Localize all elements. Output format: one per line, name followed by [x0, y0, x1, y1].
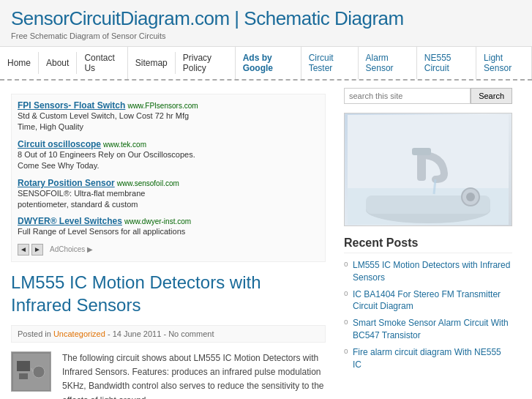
article-title: LM555 IC Motion Detectors with Infrared … [11, 271, 326, 316]
svg-rect-11 [412, 148, 431, 155]
site-title: SensorCircuitDiagram.com | Schematic Dia… [11, 7, 521, 30]
thumbnail-image [11, 351, 51, 392]
search-box: Search [344, 88, 512, 104]
article-date-separator: - [108, 329, 113, 338]
search-button[interactable]: Search [471, 88, 512, 104]
ad-item: DWYER® Level Switches www.dwyer-inst.com… [18, 216, 319, 237]
faucet-image [345, 113, 512, 225]
nav-item-home[interactable]: Home [0, 52, 39, 74]
main-nav: HomeAboutContact UsSitemapPrivacy Policy… [0, 47, 532, 81]
article-date: 14 June 2011 [113, 329, 162, 338]
search-input[interactable] [344, 88, 471, 104]
nav-item-alarm-sensor[interactable]: Alarm Sensor [359, 47, 417, 79]
ad-banner-right [344, 113, 512, 226]
site-tagline: Free Schematic Diagram of Sensor Circuit… [11, 31, 521, 40]
ad-item: FPI Sensors- Float Switch www.FPIsensors… [18, 100, 319, 133]
article-category[interactable]: Uncategorized [53, 329, 105, 338]
recent-post-link[interactable]: IC BA1404 For Stereo FM Transmitter Circ… [353, 289, 501, 312]
recent-post-item: IC BA1404 For Stereo FM Transmitter Circ… [344, 288, 512, 313]
ad-desc: Full Range of Level Sensors for all appl… [18, 227, 185, 236]
article-thumbnail [11, 351, 55, 399]
recent-post-link[interactable]: LM555 IC Motion Detectors with Infrared … [353, 260, 510, 283]
ad-title[interactable]: DWYER® Level Switches [18, 216, 122, 226]
recent-post-item: LM555 IC Motion Detectors with Infrared … [344, 259, 512, 284]
ad-desc: 8 Out of 10 Engineers Rely on Our Oscill… [18, 150, 195, 159]
nav-item-sitemap[interactable]: Sitemap [128, 52, 176, 74]
ad-desc: Std & Custom Level Switch, Low Cost 72 h… [18, 111, 189, 120]
svg-point-13 [466, 193, 475, 201]
nav-item-contact-us[interactable]: Contact Us [77, 47, 127, 79]
svg-rect-1 [17, 361, 30, 371]
ad-navigation: ◄►AdChoices ▶ [18, 244, 319, 256]
ad-url: www.tek.com [103, 141, 146, 149]
ad-desc: Come See Why Today. [18, 161, 99, 170]
recent-posts-title: Recent Posts [344, 236, 512, 253]
ad-desc: Time, High Quality [18, 122, 83, 131]
posted-label: Posted in [18, 329, 53, 338]
ad-item: Circuit oscilloscope www.tek.com8 Out of… [18, 139, 319, 172]
nav-item-ne555-circuit[interactable]: NE555 Circuit [417, 47, 476, 79]
svg-rect-2 [19, 373, 28, 379]
recent-post-link[interactable]: Fire alarm circuit diagram With NE555 IC [353, 347, 501, 370]
nav-item-about[interactable]: About [39, 52, 77, 74]
article-body: The following circuit shows about LM555 … [11, 351, 326, 399]
article-text: The following circuit shows about LM555 … [62, 351, 326, 399]
ad-title[interactable]: FPI Sensors- Float Switch [18, 100, 125, 111]
ad-choices: AdChoices ▶ [50, 245, 93, 253]
ad-block: FPI Sensors- Float Switch www.FPIsensors… [11, 94, 326, 262]
ad-title[interactable]: Circuit oscilloscope [18, 139, 101, 149]
nav-item-light-sensor[interactable]: Light Sensor [476, 47, 532, 79]
main-content: FPI Sensors- Float Switch www.FPIsensors… [0, 81, 532, 399]
ad-url: www.FPIsensors.com [127, 102, 198, 110]
recent-posts-list: LM555 IC Motion Detectors with Infrared … [344, 259, 512, 370]
recent-post-item: Smart Smoke Sensor Alarm Circuit With BC… [344, 317, 512, 342]
ad-prev-btn[interactable]: ◄ [18, 244, 29, 256]
ad-desc: SENSOFOIL®: Ultra-flat membrane [18, 189, 145, 198]
recent-post-link[interactable]: Smart Smoke Sensor Alarm Circuit With BC… [353, 318, 509, 340]
article-meta: Posted in Uncategorized - 14 June 2011 -… [11, 325, 326, 343]
nav-item-ads-by-google[interactable]: Ads by Google [236, 47, 301, 79]
article-comment: No comment [168, 329, 214, 338]
recent-post-item: Fire alarm circuit diagram With NE555 IC [344, 346, 512, 371]
svg-point-3 [33, 366, 45, 378]
ad-item: Rotary Position Sensor www.sensofoil.com… [18, 178, 319, 211]
ad-url: www.sensofoil.com [117, 179, 179, 187]
ad-title[interactable]: Rotary Position Sensor [18, 178, 115, 188]
site-header: SensorCircuitDiagram.com | Schematic Dia… [0, 0, 532, 47]
svg-line-10 [434, 179, 435, 194]
nav-item-circuit-tester[interactable]: Circuit Tester [301, 47, 359, 79]
ad-url: www.dwyer-inst.com [124, 217, 191, 225]
recent-posts: Recent Posts LM555 IC Motion Detectors w… [344, 236, 512, 370]
nav-item-privacy-policy[interactable]: Privacy Policy [176, 47, 236, 79]
left-column: FPI Sensors- Float Switch www.FPIsensors… [0, 88, 337, 399]
ad-desc: potentiometer, standard & custom [18, 200, 138, 209]
right-column: Search [337, 88, 520, 399]
ad-next-btn[interactable]: ► [31, 244, 43, 256]
